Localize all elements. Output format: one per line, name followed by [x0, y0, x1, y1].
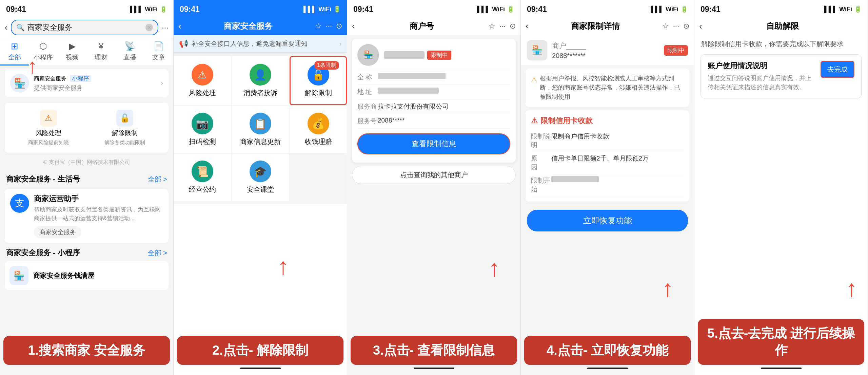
tab-video-label: 视频 — [66, 53, 79, 62]
time-3: 09:41 — [353, 5, 373, 14]
limit-start-label: 限制开始 — [531, 176, 551, 194]
req-content: 账户使用情况说明 通过交互问答说明账户使用情况，并上传相关凭证来描述的信息真实有… — [708, 61, 816, 92]
life-btn[interactable]: 商家安全服务 — [34, 226, 81, 238]
limit-reason-value: 信用卡单日限额2千、单月限额2万 — [551, 154, 684, 163]
section-mini-header: 商家安全服务 - 小程序 全部 > — [0, 243, 173, 260]
info-grid-icon: 📋 — [250, 113, 271, 134]
limit-desc-row: 限制说明 限制商户信用卡收款 — [531, 130, 684, 152]
warning-text: 根据用户举报、风控智能检测或人工审核等方式判断，您的商家账号状态异常，涉嫌相关违… — [540, 74, 684, 101]
back-icon[interactable]: ‹ — [5, 23, 7, 32]
back-btn-4[interactable]: ‹ — [526, 21, 529, 31]
home-icon-4[interactable]: ⊙ — [683, 22, 689, 31]
panel-1: 09:41 ▌▌▌ WiFi 🔋 ‹ 🔍 商家安全服务 × ··· ⊞ 全部 ⬡… — [0, 0, 174, 375]
time-4: 09:41 — [527, 5, 547, 14]
nav-icons-2: ☆ ··· ⊙ — [315, 22, 342, 31]
more-icon-2[interactable]: ··· — [326, 22, 332, 31]
tab-finance[interactable]: ¥ 理财 — [87, 41, 116, 65]
mini-app-card[interactable]: 🏪 商家安全服务钱满屋 — [5, 261, 169, 290]
life-text: 商家运营助手 帮助商家及时获取支付宝各类最新资讯，为互联网商家提供一站式的运营支… — [34, 194, 163, 238]
grid-covenant[interactable]: 📜 经营公约 — [174, 154, 231, 201]
banner-notice[interactable]: 📢 补全安全接口人信息，避免遗漏重要通知 › — [174, 35, 347, 53]
tab-all[interactable]: ⊞ 全部 — [0, 41, 29, 65]
life-card[interactable]: 支 商家运营助手 帮助商家及时获取支付宝各类最新资讯，为互联网商家提供一站式的运… — [5, 189, 169, 243]
tab-live[interactable]: 📡 直播 — [116, 41, 144, 65]
unlimit-sub: 解除各类功能限制 — [104, 139, 145, 146]
tab-video[interactable]: ▶ 视频 — [58, 41, 86, 65]
limit-reason-label: 原 因 — [531, 154, 551, 172]
merchant-name-blur — [384, 51, 425, 59]
tab-article-label: 文章 — [152, 53, 165, 62]
back-btn-2[interactable]: ‹ — [178, 21, 181, 32]
grid-complaint[interactable]: 👤 消费者投诉 — [232, 56, 289, 105]
back-btn-5[interactable]: ‹ — [699, 21, 702, 32]
grid-compensation[interactable]: 💰 收钱理赔 — [290, 106, 347, 153]
grid-classroom[interactable]: 🎓 安全课堂 — [232, 154, 289, 201]
home-indicator-3 — [414, 368, 454, 369]
signal-icon-3: ▌▌▌ — [477, 6, 490, 13]
serviceno-label: 服务号 — [357, 117, 378, 126]
arrow-up-4: ↑ — [662, 277, 674, 300]
wifi-icon-4: WiFi — [666, 6, 678, 13]
step-label-5: 5.点去-去完成 进行后续操作 — [698, 319, 864, 365]
classroom-grid-icon: 🎓 — [250, 161, 271, 182]
mini-app-name: 商家安全服务钱满屋 — [33, 271, 94, 280]
tab-article[interactable]: 📄 文章 — [144, 41, 173, 65]
quick-actions: ⚠ 风险处理 商家风险提前知晓 🔓 解除限制 解除各类功能限制 — [5, 103, 169, 153]
step-label-2: 2.点击- 解除限制 — [177, 336, 343, 365]
quick-action-risk[interactable]: ⚠ 风险处理 商家风险提前知晓 — [10, 106, 87, 149]
battery-icon: 🔋 — [160, 5, 167, 13]
wifi-icon-3: WiFi — [492, 6, 505, 13]
merchant-card: 🏪 限制中 全 称 地 址 服务商 拉卡拉支付股份有限公司 — [352, 39, 516, 163]
merchant-status-badge: 限制中 — [427, 51, 451, 60]
signal-icon-2: ▌▌▌ — [303, 6, 316, 13]
covenant-grid-label: 经营公约 — [189, 185, 216, 194]
limit-card: ⚠ 限制信用卡收款 限制说明 限制商户信用卡收款 原 因 信用卡单日限额2千、单… — [526, 110, 689, 202]
status-bar-1: 09:41 ▌▌▌ WiFi 🔋 — [0, 0, 173, 17]
serviceno-value: 2088***** — [378, 117, 510, 124]
other-merchant-btn[interactable]: 点击查询我的其他商户 — [352, 166, 516, 184]
time-5: 09:41 — [701, 5, 721, 14]
panel-5: 09:41 ▌▌▌ WiFi 🔋 ‹ 自助解限 解除限制信用卡收款，你需要完成以… — [694, 0, 868, 375]
risk-label: 风险处理 — [36, 129, 61, 137]
wifi-icon-5: WiFi — [839, 6, 852, 13]
more-icon-4[interactable]: ··· — [673, 22, 679, 31]
merchant-service-row: 服务商 拉卡拉支付股份有限公司 — [357, 99, 510, 114]
view-limit-btn[interactable]: 查看限制信息 — [357, 133, 510, 154]
wifi-icon-2: WiFi — [318, 6, 331, 13]
alipay-credit: © 支付宝（中国）网络技术有限公司 — [0, 155, 173, 169]
home-icon-3[interactable]: ⊙ — [510, 22, 516, 31]
merchant-serviceno-row: 服务号 2088***** — [357, 114, 510, 129]
quick-action-unlimit[interactable]: 🔓 解除限制 解除各类功能限制 — [87, 106, 163, 149]
search-clear-icon[interactable]: × — [145, 24, 153, 31]
req-desc: 通过交互问答说明账户使用情况，并上传相关凭证来描述的信息真实有效。 — [708, 74, 816, 92]
star-icon-2[interactable]: ☆ — [315, 22, 322, 31]
more-icon-3[interactable]: ··· — [499, 22, 506, 31]
panel-4: 09:41 ▌▌▌ WiFi 🔋 ‹ 商家限制详情 ☆ ··· ⊙ 🏪 商户__… — [521, 0, 694, 375]
back-btn-3[interactable]: ‹ — [352, 21, 355, 31]
section-mini-more[interactable]: 全部 > — [148, 248, 167, 258]
star-icon-4[interactable]: ☆ — [662, 22, 669, 31]
tab-row: ⊞ 全部 ⬡ 小程序 ▶ 视频 ¥ 理财 📡 直播 📄 文章 — [0, 38, 173, 66]
risk-sub: 商家风险提前知晓 — [28, 139, 69, 146]
search-icon: 🔍 — [16, 23, 25, 32]
search-more-icon[interactable]: ··· — [162, 23, 169, 32]
grid-risk[interactable]: ⚠ 风险处理 — [174, 56, 231, 105]
compensation-grid-label: 收钱理赔 — [305, 137, 332, 146]
mini-app-icon: 🏪 — [9, 266, 28, 285]
arrow-up-3: ↑ — [488, 256, 500, 280]
risk-grid-label: 风险处理 — [189, 88, 216, 97]
star-icon-3[interactable]: ☆ — [489, 22, 495, 31]
section-life-more[interactable]: 全部 > — [148, 175, 167, 184]
tab-all-icon: ⊞ — [11, 41, 18, 52]
nav-bar-5: ‹ 自助解限 — [694, 17, 868, 35]
search-input-wrap[interactable]: 🔍 商家安全服务 × — [11, 20, 158, 35]
status-icons-2: ▌▌▌ WiFi 🔋 — [303, 5, 341, 13]
arrow-up-1: ↑ — [27, 54, 37, 78]
req-btn[interactable]: 去完成 — [821, 61, 854, 78]
merchant-detail-name: 商户_____ — [552, 41, 586, 51]
grid-info[interactable]: 📋 商家信息更新 — [232, 106, 289, 153]
grid-scan[interactable]: 📷 扫码检测 — [174, 106, 231, 153]
grid-unlimit[interactable]: 🔓 解除限制 1条限制 — [290, 56, 347, 105]
restore-btn[interactable]: 立即恢复功能 — [527, 210, 688, 231]
home-icon-2[interactable]: ⊙ — [336, 22, 342, 31]
